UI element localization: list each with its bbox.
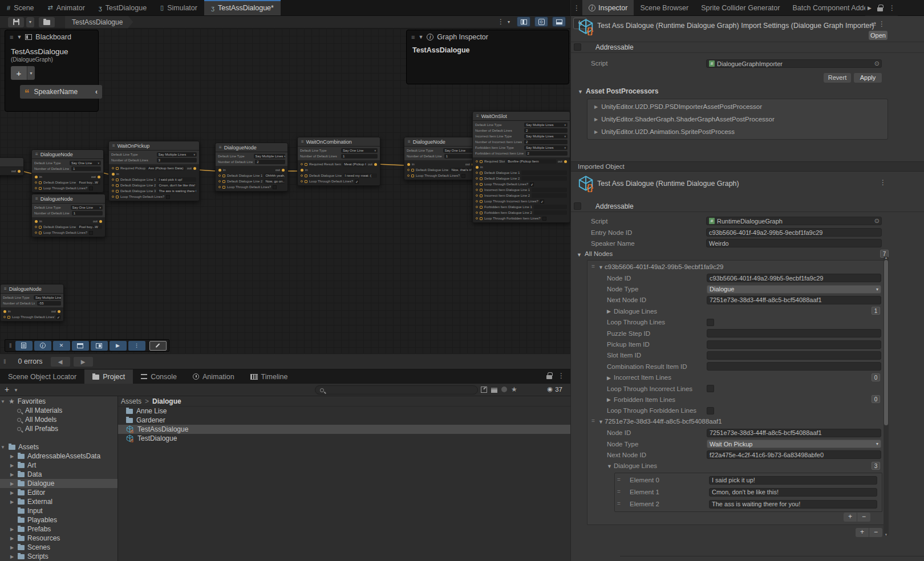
out-port[interactable]: out [91, 175, 100, 178]
addressable-checkbox[interactable] [574, 202, 581, 210]
object-picker-icon[interactable]: ⊙ [874, 217, 880, 225]
out-port-icon[interactable] [58, 310, 60, 313]
next-error-button[interactable]: ▶ [74, 357, 93, 367]
node-value-field[interactable]: 3 [157, 158, 197, 162]
kebab-icon[interactable]: ⋮ [573, 4, 580, 12]
save-button[interactable] [8, 17, 24, 27]
presets-icon[interactable]: ⇄ [871, 21, 876, 28]
in-port-icon[interactable] [3, 310, 6, 313]
node-dropdown[interactable]: Say Multiple Lines [157, 152, 197, 157]
node-checkbox[interactable] [542, 217, 546, 221]
out-port-icon[interactable] [564, 160, 567, 163]
panel-tab-console[interactable]: Console [133, 369, 185, 384]
console-toolbar-button[interactable] [15, 341, 33, 351]
node-checkbox[interactable]: ✓ [540, 200, 544, 204]
graph-node-startnode-0[interactable]: ≡StartNodeSpeakerNameout [0, 157, 24, 176]
tree-assets-header[interactable]: ▼Assets [0, 442, 117, 452]
empty-field[interactable] [707, 329, 881, 338]
drag-handle-icon[interactable]: ≡ [10, 34, 13, 40]
node-checkbox[interactable] [89, 186, 93, 190]
dialogue-line-value[interactable] [521, 170, 567, 175]
in-port[interactable]: in [3, 310, 11, 313]
field-value[interactable]: 7251e73e-38d3-44ff-a8c5-bcf54088aaf1 [707, 429, 881, 437]
out-port-icon[interactable] [193, 167, 196, 170]
foldout-arrow-icon[interactable]: ▶ [9, 490, 15, 495]
all-nodes-foldout[interactable]: ▼ All Nodes 7 [571, 249, 924, 260]
blackboard-field-speakername[interactable]: “SpeakerName‹ [20, 85, 102, 99]
checkbox[interactable] [707, 319, 714, 326]
out-port[interactable]: out [51, 310, 60, 313]
collapse-arrow-icon[interactable]: ▼ [17, 34, 22, 40]
minimap-toggle-button[interactable] [552, 17, 566, 27]
node-checkbox[interactable]: ✓ [355, 180, 359, 184]
drag-handle-icon[interactable]: = [617, 489, 621, 495]
foldout-arrow-icon[interactable]: ▼ [607, 464, 612, 469]
in-port-icon[interactable] [35, 220, 38, 223]
node-collapse-icon[interactable]: ≡ [4, 286, 7, 291]
in-port-icon[interactable] [407, 163, 410, 166]
panel-tab-scene-object-locator[interactable]: Scene Object Locator [0, 369, 84, 384]
add-property-button[interactable]: + [11, 66, 27, 80]
inspector-tab-batch-component-adder[interactable]: Batch Component Adder [786, 0, 876, 15]
tab-scroll-right-icon[interactable]: ▶ [868, 5, 872, 11]
tree-item-editor[interactable]: ▶Editor [0, 488, 117, 497]
node-value-field[interactable]: 2 [255, 160, 285, 164]
node-value-field[interactable]: 1 [72, 211, 103, 216]
out-port[interactable]: out [11, 169, 21, 173]
inspector-scrollbar[interactable]: ▲ ▼ [884, 257, 889, 536]
empty-field[interactable] [707, 340, 881, 349]
eye-icon[interactable]: ◉ [548, 385, 553, 393]
doc-tab-testassdialogue[interactable]: ʒTestAssDialogue* [204, 0, 281, 15]
foldout-arrow-icon[interactable]: ▼ [598, 265, 603, 270]
tree-item-data[interactable]: ▶Data [0, 470, 117, 479]
info-toolbar-button[interactable]: i [34, 341, 51, 351]
node-collapse-icon[interactable]: ≡ [301, 139, 304, 144]
scroll-down-icon[interactable]: ▼ [884, 533, 889, 536]
out-port[interactable]: out [187, 166, 196, 170]
load-button[interactable] [39, 17, 55, 27]
element-value[interactable]: Cmon, don't be like this! [709, 488, 877, 497]
in-port-icon[interactable] [35, 176, 38, 178]
doc-tab-simulator[interactable]: ▯Simulator [153, 0, 204, 15]
foldout-arrow-icon[interactable]: ▶ [607, 397, 611, 403]
out-port[interactable]: out [368, 162, 377, 166]
scroll-up-icon[interactable]: ▲ [884, 256, 889, 259]
node-dropdown[interactable]: Say One Line [341, 148, 378, 153]
graph-inspector-panel[interactable]: ≡ ▼ i Graph Inspector TestAssDialogue [406, 30, 569, 84]
dropdown-field[interactable]: Wait On Pickup▾ [707, 440, 881, 448]
node-checkbox[interactable]: ✓ [56, 315, 60, 319]
in-port[interactable]: in [218, 168, 226, 172]
breadcrumb[interactable]: TestAssDialogue [65, 16, 133, 29]
empty-field[interactable] [707, 362, 881, 371]
foldout-arrow-icon[interactable]: ▶ [9, 527, 15, 532]
node-title-bar[interactable]: ≡WaitOnPickup [109, 141, 199, 151]
node-entry-header[interactable]: =▼7251e73e-38d3-44ff-a8c5-bcf54088aaf1 [587, 416, 887, 427]
element-value[interactable]: I said pick it up! [709, 476, 877, 485]
kebab-icon[interactable]: ⋮ [878, 20, 885, 28]
in-port-icon[interactable] [476, 166, 479, 169]
dialogue-line-value[interactable] [534, 210, 567, 215]
doc-tab-animator[interactable]: ⇄Animator [41, 0, 92, 15]
add-element-button[interactable]: + [844, 513, 857, 522]
script-field[interactable]: # DialogueGraphImporter ⊙ [706, 59, 882, 68]
dialogue-line-value[interactable]: Ohhhh yeah, [264, 173, 285, 178]
script-field[interactable]: # RuntimeDialogueGraph ⊙ [706, 217, 882, 225]
graph-canvas[interactable]: ≡StartNodeSpeakerNameout≡DialogueNodeDef… [0, 29, 570, 353]
foldout-arrow-icon[interactable]: ▶ [9, 463, 15, 468]
add-property-dropdown[interactable]: ▼ [27, 66, 35, 80]
kebab-icon[interactable]: ⋮ [558, 372, 565, 380]
object-field-value[interactable]: Ass (Pickup Item Data) [147, 166, 185, 170]
node-title-bar[interactable]: ≡DialogueNode [32, 194, 105, 204]
play-toolbar-button[interactable]: ▶ [110, 341, 127, 351]
label-icon[interactable] [501, 387, 507, 392]
foldout-arrow-icon[interactable]: ▼ [598, 419, 603, 425]
blackboard-panel[interactable]: ≡ ▼ Blackboard TestAssDialogue (Dialogue… [5, 30, 99, 112]
inspector-tab-scene-browser[interactable]: Scene Browser [634, 0, 695, 15]
node-collapse-icon[interactable]: ≡ [476, 113, 479, 119]
inspector-tab-sprite-collider-generator[interactable]: Sprite Collider Generator [695, 0, 786, 15]
drag-handle-icon[interactable]: = [591, 418, 595, 424]
apply-button[interactable]: Apply [854, 73, 882, 83]
node-title-bar[interactable]: ≡DialogueNode [404, 137, 477, 147]
kebab-icon[interactable]: ⋮ [497, 18, 504, 26]
dialogue-line-value[interactable]: Foot boy...W [78, 180, 100, 185]
